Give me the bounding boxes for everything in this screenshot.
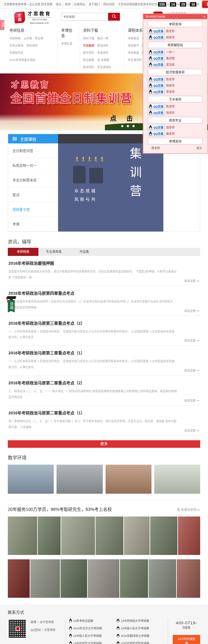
student-photo[interactable]: [124, 517, 150, 555]
campus-photo[interactable]: [106, 465, 151, 494]
student-photo[interactable]: [178, 517, 200, 555]
carousel-dot[interactable]: [121, 125, 123, 127]
student-photo[interactable]: [61, 517, 95, 555]
more-button[interactable]: 更多: [8, 440, 200, 448]
qq-chat-button[interactable]: QQ交谈: [148, 110, 165, 115]
weibo-link[interactable]: 微博 ：@才思考研: [31, 620, 61, 624]
course-sidebar-item[interactable]: 考博: [8, 217, 58, 232]
qq-group-link[interactable]: 16对外经贸大学考研群: [69, 641, 116, 644]
campus-photo[interactable]: [8, 465, 54, 494]
read-all-link[interactable]: 阅读全部 >>: [8, 368, 200, 372]
site-logo[interactable]: 才 思 才思教育 400-0719-069 www.caisiedu.com: [14, 10, 51, 25]
all-courses-menu[interactable]: 全部课程: [8, 134, 58, 143]
close-icon[interactable]: ×: [203, 15, 205, 18]
article-title[interactable]: 2016年考研政治马原第四章重点考点: [8, 290, 200, 296]
qq-chat-button[interactable]: QQ交谈: [148, 56, 165, 61]
qq-chat-button[interactable]: QQ交谈: [148, 62, 165, 67]
nav-link[interactable]: 资料下载: [83, 36, 94, 40]
more-students-link[interactable]: 更 多成功学员>>: [177, 507, 200, 512]
nav-link[interactable]: 英语真题: [128, 51, 139, 55]
topbar-link[interactable]: 微信: [54, 2, 63, 6]
nav-link[interactable]: 考研数学: [128, 43, 139, 47]
nav-link[interactable]: 政治资料: [97, 43, 108, 47]
nav-link[interactable]: 专业课资料: [97, 65, 111, 69]
qq-group-link[interactable]: 16年考研全国群: [69, 619, 116, 623]
nav-link[interactable]: 考研政治: [128, 36, 139, 40]
online-service-button[interactable]: 24小时在线咨询: [173, 635, 200, 644]
nav-link[interactable]: 考研新闻: [9, 36, 21, 40]
topbar-link[interactable]: 微博: [63, 2, 72, 6]
nav-link[interactable]: 公共课: [23, 36, 32, 40]
student-photo[interactable]: [38, 517, 60, 555]
course-poster[interactable]: 众志成城 风雨与共 集训营: [58, 143, 163, 232]
qq-group-link[interactable]: 16中央财经大学考研群: [116, 619, 164, 623]
article-title[interactable]: 2016年考研政治马原第三章重点考点（2）: [8, 320, 200, 326]
nav-column-title[interactable]: 考研信息: [9, 27, 53, 33]
course-sidebar-item[interactable]: 非全日制周末班: [8, 173, 58, 187]
nav-link[interactable]: 数学资料: [83, 51, 94, 55]
nav-link[interactable]: 专业课: [35, 36, 43, 40]
read-all-link[interactable]: 阅读全部 >>: [8, 428, 200, 432]
qq-chat-button[interactable]: QQ交谈: [148, 49, 165, 55]
topbar-link[interactable]: 关于我们: [87, 2, 102, 6]
nav-link[interactable]: 复试资料: [83, 65, 94, 69]
qq-chat-button[interactable]: QQ交谈: [148, 28, 165, 34]
course-sidebar-item[interactable]: 复试: [8, 187, 58, 202]
nav-link[interactable]: 政治真题: [83, 58, 94, 62]
search-button[interactable]: [108, 13, 120, 21]
qq-chat-button[interactable]: QQ交谈: [148, 131, 165, 136]
nav-link[interactable]: 考博信息: [61, 42, 72, 46]
signup-button[interactable]: 报名表: [202, 1, 208, 8]
qq-chat-button[interactable]: QQ交谈: [148, 77, 165, 82]
nav-link[interactable]: 考研调剂: [26, 43, 37, 47]
qq-group-link[interactable]: 16中国人民大学考研群: [69, 634, 116, 638]
campus-photo[interactable]: [154, 465, 200, 494]
qq-group-link[interactable]: 2016年翻译硕士考研群: [116, 634, 164, 638]
student-photo[interactable]: [120, 559, 148, 598]
student-photo[interactable]: [177, 559, 200, 598]
qq-chat-button[interactable]: QQ交谈: [148, 83, 165, 88]
campus-photo[interactable]: [57, 465, 102, 494]
read-all-link[interactable]: 阅读全部 >>: [8, 338, 200, 342]
search-input[interactable]: [61, 13, 108, 21]
course-sidebar-item[interactable]: 保研夏令营: [8, 202, 58, 217]
qzone-link[interactable]: QQ空间 ：才思考研: [31, 628, 61, 632]
article-title[interactable]: 2016年考研政治马原第二章重点考点（2）: [8, 380, 200, 386]
student-photo[interactable]: [149, 559, 176, 598]
course-sidebar-item[interactable]: 私密定制一对一: [8, 158, 58, 173]
read-all-link[interactable]: 阅读全部 >>: [8, 398, 200, 402]
nav-link[interactable]: 在线做题: [83, 43, 94, 47]
student-photo[interactable]: [8, 559, 30, 598]
student-photo[interactable]: [30, 559, 60, 598]
nav-link[interactable]: 每日一练: [97, 36, 108, 40]
qq-group-link[interactable]: 16中国人民大学考研群: [116, 626, 164, 630]
nav-link[interactable]: 专业课资料: [128, 58, 142, 62]
article-title[interactable]: 2016年考研政治最强押题: [8, 260, 200, 266]
course-sidebar-item[interactable]: 全日制密训营: [8, 143, 58, 158]
tab-kaoyan-experience[interactable]: 考研经验: [8, 248, 38, 256]
qq-chat-button[interactable]: QQ交谈: [148, 104, 165, 109]
student-photo[interactable]: [150, 517, 177, 555]
nav-column-title[interactable]: 资料下载: [83, 27, 120, 33]
article-title[interactable]: 2016年考研政治马原第二章重点考点（1）: [8, 410, 200, 416]
student-photo[interactable]: [61, 559, 87, 598]
topbar-link[interactable]: 网站地图: [102, 2, 116, 6]
student-photo[interactable]: [8, 517, 37, 555]
carousel-dot[interactable]: [127, 125, 129, 127]
nav-link[interactable]: 2016年考研查分系统: [9, 58, 35, 62]
nav-link[interactable]: 英语资料: [97, 51, 108, 55]
carousel-dot[interactable]: [132, 125, 135, 127]
qq-chat-button[interactable]: QQ交谈: [148, 125, 165, 130]
qq-chat-button[interactable]: QQ交谈: [148, 35, 165, 40]
share-tab[interactable]: 分享: [0, 20, 4, 30]
article-title[interactable]: 2016年考研政治马原第三章重点考点（1）: [8, 350, 200, 356]
read-all-link[interactable]: 阅读全部 >>: [8, 309, 200, 313]
leave-message-link[interactable]: 留言: [196, 146, 202, 150]
nav-link[interactable]: 历年分数线: [9, 43, 23, 47]
student-photo[interactable]: [96, 517, 123, 555]
tab-portfolio[interactable]: 作品集: [69, 248, 100, 256]
tab-major-exams[interactable]: 专业课真题: [38, 248, 69, 256]
student-photo[interactable]: [88, 559, 119, 598]
nav-column-title[interactable]: 考博信息: [61, 27, 75, 38]
read-all-link[interactable]: 阅读全部 >>: [8, 279, 200, 283]
